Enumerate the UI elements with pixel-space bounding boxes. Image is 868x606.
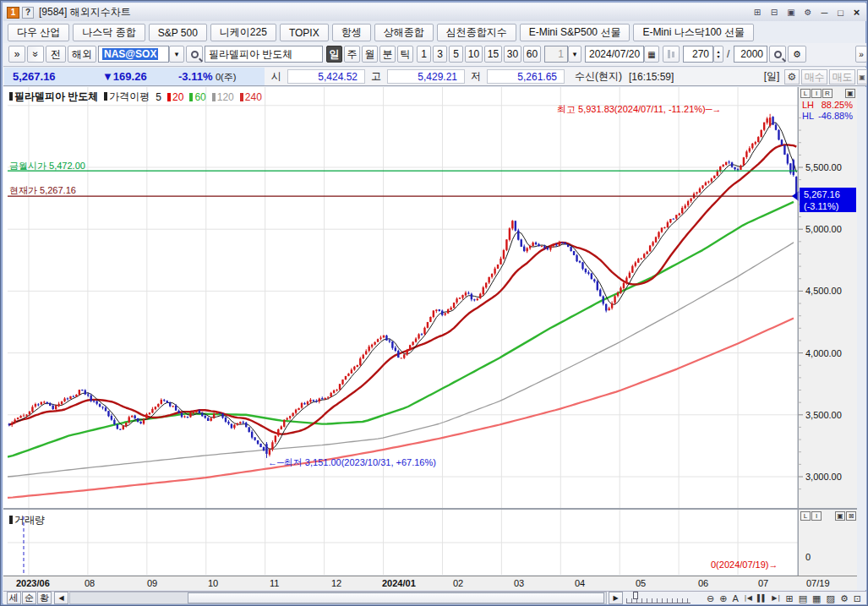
step-back-icon[interactable]: ∣◀	[744, 592, 752, 604]
all-market-button[interactable]: 전	[46, 46, 66, 63]
bottom-tab-sun[interactable]: 순	[22, 592, 36, 604]
tab-emini-sp500[interactable]: E-Mini S&P500 선물	[520, 24, 631, 41]
expand-down-button[interactable]: »	[27, 46, 44, 63]
new-chart-window-icon[interactable]: ⊞	[785, 592, 793, 604]
chart-style-button[interactable]	[663, 46, 680, 63]
quote-summary: 5,267.16 ▼169.26 -3.11% 0(주)	[4, 68, 265, 85]
period-week-button[interactable]: 주	[344, 46, 360, 63]
visible-bars-input[interactable]: 270	[683, 46, 713, 63]
overseas-button[interactable]: 해외	[68, 46, 96, 63]
date-field[interactable]: 2024/07/20	[585, 46, 644, 63]
quote-info-bar: 5,267.16 ▼169.26 -3.11% 0(주) 시 5,424.52 …	[3, 68, 866, 86]
legend-ma60: 60	[194, 91, 205, 103]
title-bar: 1 ? [9584] 해외지수차트 ⊞ ⊟ ▣ ⚙ ─ □ ×	[3, 3, 866, 21]
new-window-icon[interactable]: ⊞	[751, 7, 764, 19]
zoom-slider[interactable]	[626, 593, 691, 603]
price-change-pct: -3.11%	[178, 70, 212, 83]
minute-15-button[interactable]: 15	[484, 46, 502, 63]
volume-panel-close-icon[interactable]: ⊠	[846, 511, 856, 521]
high-value: 5,429.21	[387, 69, 465, 84]
tab-topix[interactable]: TOPIX	[280, 24, 329, 41]
panel-r-button[interactable]: R	[822, 89, 833, 98]
tab-shenzhen[interactable]: 심천종합지수	[437, 24, 516, 41]
total-bars-input[interactable]: 2000	[734, 46, 767, 63]
tab-hangseng[interactable]: 항셍	[332, 24, 371, 41]
symbol-input[interactable]: NAS@SOX	[98, 46, 169, 63]
period-low-annotation: ←─최저 3,151.00(2023/10/31, +67.16%)	[268, 456, 436, 469]
volume-panel-i-button[interactable]: I	[811, 511, 822, 521]
minute-3-button[interactable]: 3	[433, 46, 447, 63]
symbol-dropdown-arrow[interactable]: ▾	[169, 46, 184, 63]
bottom-tab-se[interactable]: 세	[7, 592, 21, 604]
zoom-in-icon[interactable]: ⊕	[719, 592, 727, 604]
ma240-marker	[240, 93, 243, 101]
toolbar-settings-button[interactable]: ⚙	[788, 46, 806, 63]
pane-divider[interactable]	[3, 508, 857, 510]
interval-select[interactable]: 1	[544, 46, 568, 63]
volume-pane[interactable]	[3, 510, 798, 575]
tab-emini-nasdaq100[interactable]: E-Mini 나스닥100 선물	[633, 24, 754, 41]
pause-icon[interactable]: ▌▌	[757, 592, 767, 604]
help-icon[interactable]: ?	[22, 7, 34, 19]
chart-settings-icon[interactable]: ⚙	[840, 592, 849, 604]
minute-5-button[interactable]: 5	[449, 46, 463, 63]
capture-icon[interactable]: ▣	[784, 7, 798, 19]
minute-60-button[interactable]: 60	[523, 46, 541, 63]
period-day-button[interactable]: 일	[326, 46, 342, 63]
calendar-icon[interactable]: ▦	[644, 46, 659, 63]
minimize-button[interactable]: ─	[818, 7, 831, 19]
scroll-left-button[interactable]: ◀	[54, 592, 68, 604]
zoom-slider-thumb[interactable]	[633, 592, 638, 599]
window-settings-icon[interactable]: ⚙	[801, 7, 815, 19]
index-tab-bar: 다우 산업 나스닥 종합 S&P 500 니케이225 TOPIX 항셍 상해종…	[3, 22, 866, 43]
panel-i-button[interactable]: I	[811, 89, 822, 98]
clone-window-icon[interactable]: ⊟	[767, 7, 781, 19]
interval-dropdown-arrow[interactable]: ▾	[568, 46, 581, 63]
period-tick-button[interactable]: 틱	[397, 46, 413, 63]
x-tick-11: 11	[270, 578, 279, 588]
scroll-right-button[interactable]: ▶	[609, 592, 623, 604]
tab-dow[interactable]: 다우 산업	[8, 24, 69, 41]
tab-sp500[interactable]: S&P 500	[149, 24, 207, 41]
symbol-name-field: 필라델피아 반도체	[205, 46, 323, 63]
volume-panel-maximize-icon[interactable]: ▣	[835, 511, 845, 521]
minute-30-button[interactable]: 30	[504, 46, 521, 63]
dock-panel-icon[interactable]: ▣	[857, 69, 867, 85]
data-table-icon[interactable]: ▦	[812, 592, 821, 604]
step-forward-icon[interactable]: ▶∣	[772, 592, 780, 604]
chart-scrollbar-track[interactable]	[69, 592, 607, 604]
main-chart-area[interactable]	[3, 87, 798, 508]
symbol-search-button[interactable]	[186, 46, 203, 63]
toolbar-more-button[interactable]: »	[855, 46, 867, 63]
legend-ma20: 20	[172, 91, 183, 103]
expand-left-button[interactable]: »	[8, 46, 25, 63]
tab-nasdaq[interactable]: 나스닥 종합	[73, 24, 145, 41]
current-price-badge: 5,267.16 (-3.11%)	[800, 188, 856, 212]
zoom-out-icon[interactable]: ⊖	[707, 592, 714, 604]
save-icon[interactable]: ▤	[799, 592, 807, 604]
font-icon[interactable]: A	[732, 592, 738, 604]
candle-icon	[668, 50, 674, 58]
panel-l-button[interactable]: L	[800, 89, 811, 98]
bottom-tab-hwang[interactable]: 황	[37, 592, 52, 604]
sell-button[interactable]: 매도	[829, 69, 855, 85]
close-button[interactable]: ×	[850, 7, 863, 19]
buy-button[interactable]: 매수	[801, 69, 827, 85]
info-settings-button[interactable]: ⚙	[784, 69, 800, 85]
maximize-button[interactable]: □	[834, 7, 847, 19]
spin-down-icon[interactable]: ▾	[717, 54, 719, 59]
fullscreen-icon[interactable]: ⊡	[854, 592, 861, 604]
panel-maximize-icon[interactable]: ▣	[845, 89, 855, 98]
period-month-button[interactable]: 월	[362, 46, 378, 63]
period-minute-button[interactable]: 분	[379, 46, 396, 63]
tab-nikkei225[interactable]: 니케이225	[210, 24, 276, 41]
volume-panel-l-button[interactable]: L	[800, 511, 811, 521]
bars-spinner[interactable]: ▴ ▾	[713, 46, 723, 63]
minute-10-button[interactable]: 10	[465, 46, 483, 63]
zoom-plus-button[interactable]	[769, 46, 786, 63]
minute-1-button[interactable]: 1	[417, 46, 431, 63]
chart-tools-icon[interactable]: ▨	[826, 592, 834, 604]
chart-scrollbar-thumb[interactable]	[188, 592, 604, 603]
tab-shanghai[interactable]: 상해종합	[374, 24, 434, 41]
x-tick-08: 08	[85, 578, 95, 588]
